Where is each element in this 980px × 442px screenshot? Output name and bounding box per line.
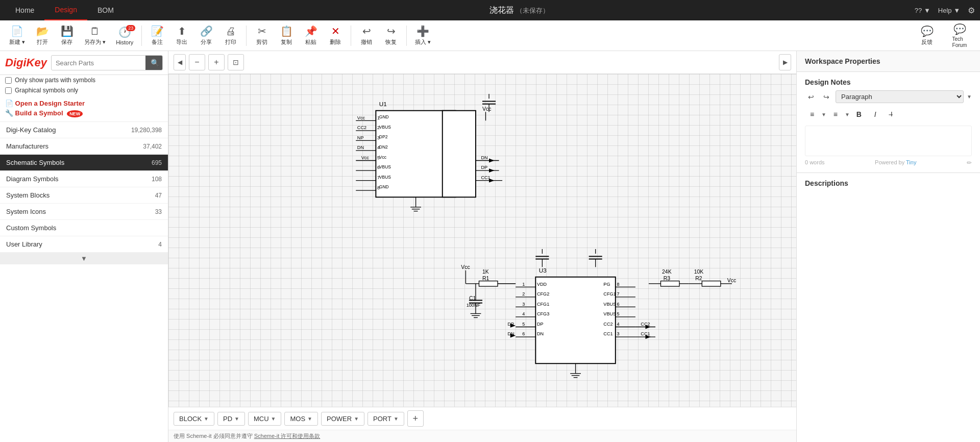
- comment-button[interactable]: 📝 备注: [146, 23, 168, 48]
- undo-button[interactable]: ↩ 撤销: [355, 23, 378, 48]
- powered-by: Powered by Tiny: [875, 159, 916, 166]
- copy-button[interactable]: 📋 复制: [275, 23, 298, 48]
- only-symbols-checkbox[interactable]: [5, 77, 12, 84]
- svg-text:3: 3: [522, 302, 525, 307]
- svg-rect-122: [479, 281, 498, 286]
- tab-design[interactable]: Design: [44, 0, 87, 20]
- unordered-list-button[interactable]: ≡: [805, 107, 819, 121]
- notes-editor[interactable]: [805, 126, 972, 156]
- catalog-item-name: System Blocks: [6, 191, 50, 199]
- port-button[interactable]: PORT ▼: [368, 412, 404, 426]
- catalog-item-name: Schematic Symbols: [6, 159, 64, 166]
- catalog-item-manufacturers[interactable]: Manufacturers 37,402: [0, 138, 168, 155]
- redo-button[interactable]: ↪ 恢复: [380, 23, 402, 48]
- block-button[interactable]: BLOCK ▼: [174, 412, 214, 426]
- zoom-out-button[interactable]: −: [189, 54, 205, 70]
- ordered-list-button[interactable]: ≡: [828, 107, 843, 121]
- svg-text:CFG2: CFG2: [537, 291, 549, 297]
- catalog-item-name: Diagram Symbols: [6, 175, 59, 183]
- tiny-link[interactable]: Tiny: [906, 159, 916, 165]
- svg-text:6: 6: [617, 302, 619, 307]
- left-panel: DigiKey 🔍 Only show parts with symbols G…: [0, 51, 168, 442]
- mcu-button[interactable]: MCU ▼: [248, 412, 282, 426]
- pd-button[interactable]: PD ▼: [217, 412, 245, 426]
- open-design-starter-link[interactable]: 📄 Open a Design Starter: [5, 99, 163, 108]
- new-badge: NEW: [67, 110, 83, 117]
- catalog-item-user-library[interactable]: User Library 4: [0, 236, 168, 253]
- svg-text:CC1: CC1: [603, 331, 612, 336]
- scroll-down-button[interactable]: ▼: [0, 253, 168, 264]
- saveas-label: 另存为 ▾: [84, 38, 106, 46]
- search-input[interactable]: [52, 57, 145, 69]
- tab-bom[interactable]: BOM: [87, 0, 124, 20]
- block-label: BLOCK: [179, 415, 202, 423]
- feedback-button[interactable]: 💬 反馈: [912, 23, 942, 48]
- power-button[interactable]: POWER ▼: [321, 412, 364, 426]
- new-button[interactable]: 📄 新建 ▾: [5, 23, 29, 48]
- port-chevron: ▼: [394, 416, 399, 422]
- design-notes-label: Design Notes: [805, 78, 972, 86]
- catalog-item-digi-key-catalog[interactable]: Digi-Key Catalog 19,280,398: [0, 122, 168, 138]
- italic-button[interactable]: I: [868, 107, 883, 121]
- format-select[interactable]: Paragraph Heading 1 Heading 2 Heading 3: [836, 90, 964, 103]
- footer-notice: 使用 Scheme-it 必须同意并遵守 Scheme-it 许可和使用条款: [168, 430, 796, 442]
- catalog-item-system-blocks[interactable]: System Blocks 47: [0, 187, 168, 204]
- undo-notes-button[interactable]: ↩: [805, 91, 817, 103]
- svg-text:7: 7: [617, 291, 619, 297]
- paste-label: 粘贴: [305, 38, 316, 46]
- delete-label: 删除: [330, 38, 341, 46]
- svg-marker-52: [489, 179, 494, 183]
- copy-label: 复制: [281, 38, 292, 46]
- catalog-item-schematic-symbols[interactable]: Schematic Symbols 695: [0, 155, 168, 171]
- catalog-item-name: User Library: [6, 240, 42, 248]
- save-button[interactable]: 💾 保存: [56, 23, 78, 48]
- feedback-label: 反馈: [921, 38, 933, 46]
- history-button[interactable]: 23 🕐 History: [112, 23, 137, 48]
- collapse-left-button[interactable]: ◀: [174, 54, 186, 70]
- paste-button[interactable]: 📌 粘贴: [300, 23, 322, 48]
- settings-icon[interactable]: ⚙: [968, 6, 975, 15]
- open-button[interactable]: 📂 打开: [31, 23, 54, 48]
- print-button[interactable]: 🖨 打印: [219, 23, 242, 48]
- share-label: 分享: [201, 38, 212, 46]
- help-question[interactable]: ?? ▼: [915, 7, 930, 14]
- export-button[interactable]: ⬆ 导出: [170, 23, 193, 48]
- insert-button[interactable]: ➕ 插入 ▾: [411, 23, 435, 48]
- notes-toolbar: ↩ ↪ Paragraph Heading 1 Heading 2 Headin…: [805, 90, 972, 103]
- help-dropdown[interactable]: Help ▼: [938, 7, 960, 14]
- saveas-button[interactable]: 🗒 另存为 ▾: [80, 23, 110, 48]
- svg-text:Vcc: Vcc: [482, 106, 491, 112]
- svg-text:GND: GND: [379, 184, 389, 189]
- svg-text:PG: PG: [603, 282, 610, 287]
- catalog-item-system-icons[interactable]: System Icons 33: [0, 204, 168, 220]
- catalog-item-custom-symbols[interactable]: Custom Symbols: [0, 220, 168, 236]
- terms-link[interactable]: Scheme-it 许可和使用条款: [254, 433, 321, 439]
- search-button[interactable]: 🔍: [145, 56, 163, 70]
- redo-notes-button[interactable]: ↪: [820, 91, 832, 103]
- bold-button[interactable]: B: [852, 107, 866, 121]
- cut-icon: ✂: [258, 25, 266, 37]
- build-symbol-link[interactable]: 🔧 Build a Symbol NEW: [5, 108, 163, 118]
- svg-text:CFG1: CFG1: [537, 302, 549, 307]
- graphical-only-checkbox[interactable]: [5, 87, 12, 94]
- catalog-item-diagram-symbols[interactable]: Diagram Symbols 108: [0, 171, 168, 187]
- zoom-in-button[interactable]: +: [208, 54, 225, 70]
- cut-button[interactable]: ✂ 剪切: [251, 23, 273, 48]
- saveas-icon: 🗒: [90, 26, 100, 37]
- tab-home[interactable]: Home: [5, 0, 44, 20]
- schematic-canvas[interactable]: U1 Vcc 1 CC2 2 NP 3 DN 4 Vcc 5: [168, 74, 796, 407]
- add-block-button[interactable]: +: [407, 410, 424, 427]
- svg-rect-138: [660, 281, 679, 286]
- svg-text:1: 1: [522, 282, 525, 287]
- zoom-fit-button[interactable]: ⊡: [228, 54, 244, 70]
- clear-format-button[interactable]: I̶: [885, 107, 899, 121]
- share-button[interactable]: 🔗 分享: [195, 23, 217, 48]
- collapse-right-button[interactable]: ▶: [779, 54, 791, 70]
- delete-button[interactable]: ✕ 删除: [324, 23, 347, 48]
- svg-marker-40: [489, 159, 494, 163]
- techforum-button[interactable]: 💬 TechForum: [944, 23, 975, 48]
- svg-text:DP: DP: [537, 322, 544, 327]
- graphical-only-checkbox-row: Graphical symbols only: [0, 85, 168, 95]
- edit-icon[interactable]: ✏: [967, 159, 972, 166]
- mos-button[interactable]: MOS ▼: [284, 412, 318, 426]
